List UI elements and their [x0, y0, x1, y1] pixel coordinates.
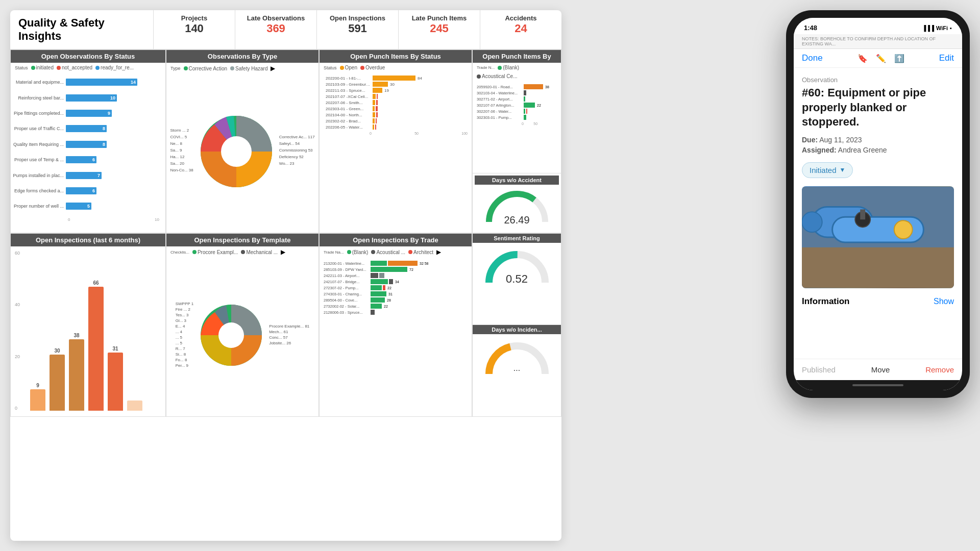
days-accident-title: Days w/o Accident — [475, 176, 559, 185]
legend-blank: (Blank) — [498, 65, 519, 70]
obs-status-bars: Material and equipme... 14 Reinforcing s… — [11, 72, 165, 227]
days-accident-gauge: 26.49 — [475, 185, 559, 230]
punch-row-3: 202107-07 -XCal Cell... — [326, 94, 465, 99]
info-row: Information Show — [802, 296, 954, 307]
trade-row-5: 302303-01 - Pump... — [477, 115, 557, 120]
punch-row-7: 202302-02 - Brad... — [326, 118, 465, 123]
v-bar-small — [127, 400, 142, 411]
insp-trade-row-1: 285103-09 - DPW Yard... 72 — [324, 267, 468, 272]
insp-template-pie: SWPPP 1 Fire ... 2 Tes... 3 Gl... 3 E...… — [166, 258, 318, 412]
legend-architect: Architect — [408, 249, 433, 255]
bar-row-1: Reinforcing steel bar... 10 — [13, 93, 161, 103]
stat-open-insp-value: 591 — [327, 22, 388, 35]
stat-projects-value: 140 — [164, 22, 225, 35]
stat-late-punch: Late Punch Items 245 — [398, 10, 480, 49]
legend-acoustical2: Acoustical ... — [371, 249, 405, 255]
punch-row-0: 202200-01 - I-81-... 84 — [326, 76, 465, 81]
punch-bars-container: 202200-01 - I-81-... 84 202103-09 - Gree… — [320, 72, 472, 227]
obs-title: #60: Equipment or pipe properly blanked … — [802, 86, 954, 130]
stat-late-obs-label: Late Observations — [246, 14, 306, 22]
phone-screen: 1:48 ▐▐▐ WiFi ▪ NOTES: BOREHOLE TO CONFI… — [794, 18, 962, 390]
panel-right-bottom: Sentiment Rating 0.52 Days w/o Inciden..… — [472, 233, 561, 417]
insp-trade-row-2: 242211-03 - Airport... — [324, 273, 468, 278]
wifi-icon: WiFi — [936, 25, 948, 31]
stat-accidents-value: 24 — [491, 22, 551, 35]
pie-right-labels: Corrective Ac... 117 Safeyt... 54 Commis… — [279, 135, 315, 168]
sentiment-title: Sentiment Rating — [473, 234, 561, 243]
template-pie-svg — [195, 299, 267, 371]
status-pill[interactable]: Initiated ▼ — [802, 162, 853, 178]
more-trade-icon[interactable]: ▶ — [436, 248, 441, 256]
panel-obs-type-title: Observations By Type — [166, 50, 318, 63]
signal-icon: ▐▐▐ — [922, 25, 934, 31]
punch-row-4: 202207-06 - Smith... — [326, 100, 465, 105]
legend-safety: Safety Hazard — [230, 66, 267, 71]
legend-insp-template: Checklis... Procore Exampl... Mechanical… — [166, 246, 318, 258]
incident-gauge-svg — [484, 338, 550, 379]
bar-row-3: Proper use of Traffic C... 8 — [13, 124, 161, 133]
obs-assigned: Assigned: Andrea Greene — [802, 146, 954, 154]
insp-trade-row-5: 274303-01 - Charing... 31 — [324, 291, 468, 296]
punch-row-6: 202104-00 - North... — [326, 112, 465, 117]
legend-corrective: Corrective Action — [184, 66, 228, 71]
insp-trade-row-6: 289504-00 - Cove... 28 — [324, 297, 468, 303]
days-incident-gauge: ... — [473, 334, 561, 377]
home-indicator — [794, 380, 962, 390]
dashboard-panel: Quality & Safety Insights Projects 140 L… — [10, 10, 561, 541]
days-accident-value: 26.49 — [504, 214, 529, 226]
stat-accidents-label: Accidents — [491, 14, 551, 22]
svg-point-3 — [218, 322, 244, 348]
days-incident-section: Days w/o Inciden... ... — [473, 325, 561, 416]
legend-obs-status: Status initiated not_accepted ready_for_… — [11, 63, 165, 72]
legend-open: Open — [340, 65, 357, 70]
stat-projects-label: Projects — [164, 14, 225, 22]
punch-row-1: 202103-09 - Greenburg... 30 — [326, 82, 465, 87]
legend-overdue: Overdue — [360, 65, 385, 70]
open-insp-chart: 0204060 9 30 38 — [11, 246, 165, 415]
stat-late-obs: Late Observations 369 — [235, 10, 316, 49]
share-icon[interactable]: ⬆️ — [894, 54, 904, 63]
phone-mockup: 1:48 ▐▐▐ WiFi ▪ NOTES: BOREHOLE TO CONFI… — [786, 10, 970, 398]
panel-obs-type: Observations By Type Type Corrective Act… — [166, 49, 319, 233]
bar-row-2: Pipe fittings completed... 9 — [13, 109, 161, 118]
dashboard-grid: Open Observations By Status Status initi… — [10, 49, 561, 532]
punch-row-8: 202206-05 - Water... — [326, 124, 465, 130]
panel-punch-trade-title: Open Punch Items By — [473, 50, 561, 63]
panel-open-insp-6mo-title: Open Inspections (last 6 months) — [11, 234, 165, 246]
phone-content: Observation #60: Equipment or pipe prope… — [794, 68, 962, 359]
v-bar-9: 9 — [30, 383, 45, 411]
days-incident-value: ... — [513, 364, 520, 373]
svg-rect-11 — [860, 209, 865, 219]
panel-open-obs-status-title: Open Observations By Status — [11, 50, 165, 63]
panel-insp-template-title: Open Inspections By Template — [166, 234, 318, 246]
panel-insp-trade: Open Inspections By Trade Trade Na... (B… — [319, 233, 472, 417]
pie-template-left: SWPPP 1 Fire ... 2 Tes... 3 Gl... 3 E...… — [176, 302, 193, 369]
done-button[interactable]: Done — [802, 53, 823, 63]
insp-trade-row-8: 2128006-03 - Spruce... — [324, 310, 468, 315]
insp-trade-row-0: 213200-01 - Waterline... 32 58 — [324, 261, 468, 266]
edit-button[interactable]: Edit — [939, 53, 954, 63]
legend-punch-trade: Trade N... (Blank) Acoustical Ce... — [473, 63, 561, 81]
legend-not-accepted: not_accepted — [57, 65, 92, 70]
panel-insp-template: Open Inspections By Template Checklis...… — [166, 233, 319, 417]
bar-row-6: Pumps installed in plac... 7 — [13, 171, 161, 180]
move-button[interactable]: Move — [871, 365, 890, 374]
bar-row-5: Proper use of Temp & ... 6 — [13, 155, 161, 164]
compose-icon[interactable]: ✏️ — [876, 54, 886, 63]
bar-row-4: Quality Item Requiring ... 8 — [13, 140, 161, 149]
legend-blank2: (Blank) — [347, 249, 369, 255]
home-bar — [852, 384, 903, 386]
stat-late-punch-label: Late Punch Items — [409, 14, 470, 22]
legend-ready: ready_for_re... — [95, 65, 134, 70]
info-show-button[interactable]: Show — [934, 297, 954, 306]
insp-trade-row-3: 242107-07 - Bridge... 34 — [324, 279, 468, 284]
legend-acoustical: Acoustical Ce... — [477, 73, 517, 79]
bookmark-icon[interactable]: 🔖 — [857, 54, 868, 63]
remove-button[interactable]: Remove — [925, 365, 954, 374]
more-icon[interactable]: ▶ — [271, 65, 275, 72]
more-template-icon[interactable]: ▶ — [281, 248, 285, 256]
stat-late-obs-value: 369 — [246, 22, 306, 35]
phone-status-icons: ▐▐▐ WiFi ▪ — [922, 25, 952, 31]
panel-open-obs-status: Open Observations By Status Status initi… — [10, 49, 166, 233]
v-bar-66: 66 — [88, 280, 104, 411]
